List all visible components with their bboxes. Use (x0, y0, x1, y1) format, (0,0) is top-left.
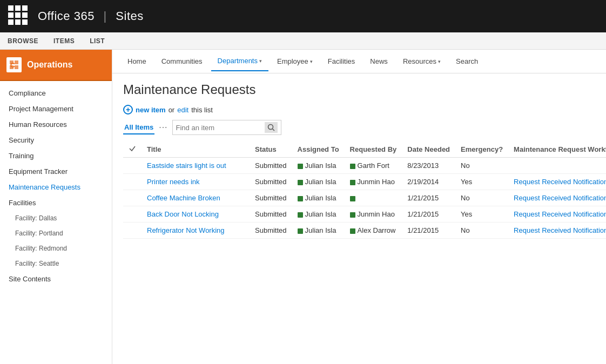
departments-chevron-icon: ▾ (259, 58, 262, 64)
edit-link[interactable]: edit (177, 106, 188, 114)
row-workflow[interactable]: Request Received Notification (508, 174, 606, 190)
sidebar-logo-icon: C (6, 57, 22, 72)
col-header-assigned-to[interactable]: Assigned To (292, 141, 345, 158)
sidebar-item-maintenance-requests[interactable]: Maintenance Requests (0, 179, 112, 195)
sidebar-item-facilities[interactable]: Facilities (0, 195, 112, 211)
filter-more-icon[interactable]: ··· (159, 123, 167, 132)
row-check-cell[interactable] (123, 223, 142, 239)
this-list-text: this list (191, 106, 213, 114)
row-check-cell[interactable] (123, 174, 142, 190)
sidebar-item-facility-portland[interactable]: Facility: Portland (0, 226, 112, 241)
row-emergency: No (455, 223, 508, 239)
row-check-cell[interactable] (123, 206, 142, 223)
ribbon-tab-browse[interactable]: BROWSE (5, 34, 41, 48)
col-header-workflow[interactable]: Maintenance Request Workflow (508, 141, 606, 158)
row-emergency: No (455, 190, 508, 206)
sidebar-item-project-management[interactable]: Project Management (0, 101, 112, 117)
row-emergency: Yes (455, 206, 508, 223)
nav-item-news[interactable]: News (363, 52, 394, 71)
row-assigned-to: Julian Isla (292, 174, 345, 190)
table-row[interactable]: Refrigerator Not WorkingSubmittedJulian … (123, 223, 606, 239)
sidebar-logo[interactable]: C Operations (0, 50, 112, 81)
sidebar-item-facility-dallas[interactable]: Facility: Dallas (0, 211, 112, 226)
sidebar-item-human-resources[interactable]: Human Resources (0, 117, 112, 132)
row-assigned-to: Julian Isla (292, 190, 345, 206)
sidebar-item-site-contents[interactable]: Site Contents (0, 271, 112, 287)
col-header-status[interactable]: Status (250, 141, 292, 158)
nav-item-search[interactable]: Search (449, 52, 484, 71)
sidebar-item-equipment-tracker[interactable]: Equipment Tracker (0, 164, 112, 179)
ribbon-tab-items[interactable]: ITEMS (51, 34, 77, 48)
row-date-needed: 8/23/2013 (402, 158, 455, 174)
col-header-requested-by[interactable]: Requested By (345, 141, 402, 158)
row-workflow[interactable]: Request Received Notification (508, 206, 606, 223)
page-content: Maintenance Requests + new item or edit … (112, 73, 606, 247)
row-title[interactable]: Printer needs ink (142, 174, 250, 190)
data-table: Title Status Assigned To Requested By Da… (123, 141, 606, 239)
workflow-link[interactable]: Request Received Notification (514, 210, 606, 218)
search-button[interactable] (265, 122, 278, 133)
row-workflow[interactable]: Request Received Notification (508, 190, 606, 206)
person-indicator-icon (298, 196, 303, 201)
row-workflow[interactable]: Request Received Notification (508, 223, 606, 239)
row-assigned-to: Julian Isla (292, 206, 345, 223)
workflow-link[interactable]: Request Received Notification (514, 194, 606, 202)
sidebar-item-training[interactable]: Training (0, 148, 112, 164)
or-text: or (169, 106, 175, 114)
row-emergency: Yes (455, 174, 508, 190)
row-title[interactable]: Back Door Not Locking (142, 206, 250, 223)
row-workflow (508, 158, 606, 174)
person-indicator-icon (350, 196, 355, 201)
row-requested-by (345, 190, 402, 206)
nav-item-employee[interactable]: Employee ▾ (271, 52, 319, 71)
all-items-tab[interactable]: All Items (123, 121, 154, 134)
sidebar-item-facility-redmond[interactable]: Facility: Redmond (0, 241, 112, 256)
sidebar-item-facility-seattle[interactable]: Facility: Seattle (0, 256, 112, 271)
row-check-cell[interactable] (123, 158, 142, 174)
table-row[interactable]: Back Door Not LockingSubmittedJulian Isl… (123, 206, 606, 223)
sidebar-nav: Compliance Project Management Human Reso… (0, 81, 112, 291)
sidebar-item-security[interactable]: Security (0, 132, 112, 148)
new-item-icon[interactable]: + (123, 105, 133, 114)
new-item-link[interactable]: new item (136, 106, 166, 114)
search-input[interactable] (176, 124, 262, 132)
workflow-link[interactable]: Request Received Notification (514, 178, 606, 186)
row-date-needed: 1/21/2015 (402, 223, 455, 239)
table-header-row: Title Status Assigned To Requested By Da… (123, 141, 606, 158)
col-header-date-needed[interactable]: Date Needed (402, 141, 455, 158)
nav-item-facilities[interactable]: Facilities (321, 52, 362, 71)
row-check-cell[interactable] (123, 190, 142, 206)
table-row[interactable]: Printer needs inkSubmittedJulian IslaJun… (123, 174, 606, 190)
table-row[interactable]: Eastside stairs light is outSubmittedJul… (123, 158, 606, 174)
row-title[interactable]: Eastside stairs light is out (142, 158, 250, 174)
row-requested-by: Garth Fort (345, 158, 402, 174)
apps-menu-icon[interactable] (8, 5, 30, 27)
workflow-link[interactable]: Request Received Notification (514, 226, 606, 234)
row-title[interactable]: Coffee Machine Broken (142, 190, 250, 206)
new-item-bar: + new item or edit this list (123, 105, 595, 114)
table-row[interactable]: Coffee Machine BrokenSubmittedJulian Isl… (123, 190, 606, 206)
row-title[interactable]: Refrigerator Not Working (142, 223, 250, 239)
row-date-needed: 1/21/2015 (402, 206, 455, 223)
col-header-emergency[interactable]: Emergency? (455, 141, 508, 158)
nav-item-resources[interactable]: Resources ▾ (396, 52, 447, 71)
sidebar-item-compliance[interactable]: Compliance (0, 85, 112, 101)
person-indicator-icon (350, 228, 355, 234)
header-title: Office 365 | Sites (38, 9, 144, 23)
search-box (172, 120, 281, 135)
row-assigned-to: Julian Isla (292, 158, 345, 174)
row-requested-by: Junmin Hao (345, 174, 402, 190)
nav-item-home[interactable]: Home (121, 52, 153, 71)
col-header-title[interactable]: Title (142, 141, 250, 158)
nav-item-communities[interactable]: Communities (155, 52, 209, 71)
person-indicator-icon (350, 164, 355, 169)
sites-label: Sites (116, 9, 143, 23)
nav-item-departments[interactable]: Departments ▾ (211, 51, 268, 71)
ribbon-tab-list[interactable]: LIST (87, 34, 107, 48)
top-nav: Home Communities Departments ▾ Employee … (112, 50, 606, 73)
header-bar: Office 365 | Sites (0, 0, 606, 32)
row-emergency: No (455, 158, 508, 174)
person-indicator-icon (298, 180, 303, 185)
sidebar-logo-text: Operations (27, 60, 72, 70)
row-assigned-to: Julian Isla (292, 223, 345, 239)
